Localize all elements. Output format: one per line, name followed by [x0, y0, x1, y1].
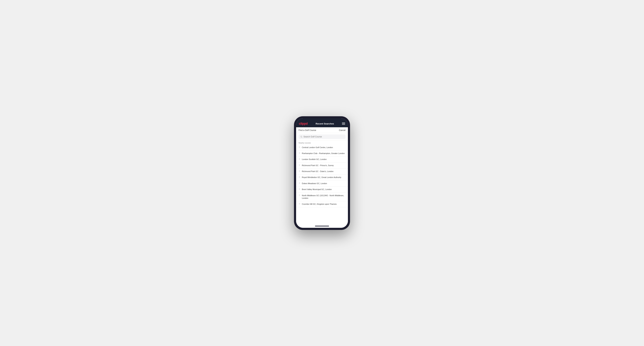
- list-item[interactable]: Roehampton Club - Roehampton, Greater Lo…: [296, 151, 348, 157]
- location-pin-icon: [298, 203, 300, 205]
- find-header: Find a Golf Course Cancel: [296, 127, 348, 133]
- location-pin-icon: [298, 164, 300, 166]
- location-pin-icon: [298, 182, 300, 184]
- list-item[interactable]: Royal Wimbledon GC, Great London Authori…: [296, 174, 348, 180]
- location-pin-icon: [298, 152, 300, 154]
- location-pin-icon: [298, 146, 300, 148]
- svg-point-5: [299, 165, 300, 165]
- course-name: Richmond Park GC - Duke's, London: [302, 170, 334, 173]
- svg-point-8: [299, 183, 300, 183]
- course-name: Royal Wimbledon GC, Great London Authori…: [302, 176, 341, 179]
- list-item[interactable]: Richmond Park GC - Duke's, London: [296, 169, 348, 174]
- course-name: Central London Golf Centre, London: [302, 146, 333, 149]
- search-input[interactable]: [304, 136, 344, 138]
- find-title: Find a Golf Course: [298, 129, 316, 132]
- svg-point-3: [299, 153, 300, 153]
- location-pin-icon: [298, 158, 300, 160]
- list-item[interactable]: Central London Golf Centre, London: [296, 145, 348, 151]
- phone-screen: clippd Recent Searches Find a Golf Cours…: [296, 118, 348, 228]
- nav-title: Recent Searches: [316, 122, 334, 125]
- course-name: Roehampton Club - Roehampton, Greater Lo…: [302, 152, 345, 155]
- location-pin-icon: [298, 194, 300, 196]
- svg-point-9: [299, 189, 300, 189]
- cancel-button[interactable]: Cancel: [339, 129, 346, 132]
- course-name: Coombe Hill GC, Kingston upon Thames: [302, 203, 337, 205]
- status-bar: [296, 118, 348, 121]
- course-list: Central London Golf Centre, LondonRoeham…: [296, 145, 348, 207]
- location-pin-icon: [298, 188, 300, 190]
- course-name: London Scottish GC, London: [302, 158, 326, 161]
- search-icon: [300, 136, 302, 138]
- menu-icon[interactable]: [342, 123, 345, 125]
- location-pin-icon: [298, 176, 300, 178]
- svg-point-2: [299, 147, 300, 147]
- course-name: Richmond Park GC - Prince's, Surrey: [302, 164, 334, 167]
- phone-frame: clippd Recent Searches Find a Golf Cours…: [294, 116, 350, 230]
- svg-point-0: [301, 136, 302, 137]
- home-indicator: [296, 225, 348, 228]
- list-item[interactable]: Dukes Meadows GC, London: [296, 180, 348, 186]
- main-content: Find a Golf Course Cancel Nearby courses…: [296, 127, 348, 225]
- svg-point-6: [299, 171, 300, 171]
- app-logo: clippd: [299, 122, 308, 126]
- nearby-section: Nearby courses Central London Golf Centr…: [296, 141, 348, 225]
- svg-line-1: [302, 137, 302, 138]
- list-item[interactable]: North Middlesex GC (1011942 - North Midd…: [296, 193, 348, 201]
- svg-point-4: [299, 159, 300, 159]
- nearby-label: Nearby courses: [296, 141, 348, 145]
- location-pin-icon: [298, 170, 300, 172]
- list-item[interactable]: London Scottish GC, London: [296, 157, 348, 163]
- course-name: Brent Valley Municipal GC, London: [302, 188, 332, 191]
- home-bar: [315, 226, 329, 226]
- svg-point-7: [299, 177, 300, 177]
- svg-point-11: [299, 203, 300, 204]
- list-item[interactable]: Coombe Hill GC, Kingston upon Thames: [296, 201, 348, 207]
- list-item[interactable]: Richmond Park GC - Prince's, Surrey: [296, 163, 348, 169]
- svg-point-10: [299, 195, 300, 195]
- search-wrapper[interactable]: [298, 135, 346, 139]
- list-item[interactable]: Brent Valley Municipal GC, London: [296, 186, 348, 192]
- nav-bar: clippd Recent Searches: [296, 121, 348, 127]
- course-name: Dukes Meadows GC, London: [302, 182, 327, 185]
- search-container: [296, 133, 348, 141]
- course-name: North Middlesex GC (1011942 - North Midd…: [302, 194, 346, 200]
